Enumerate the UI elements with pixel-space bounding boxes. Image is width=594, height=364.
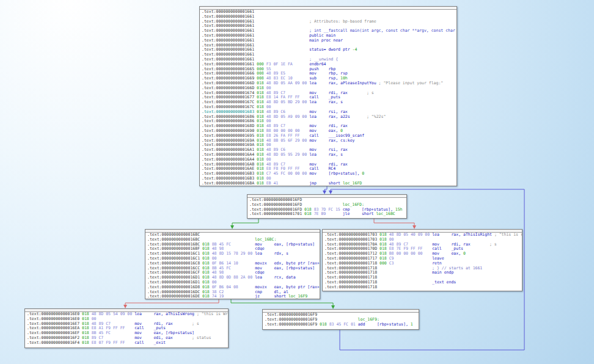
asm-segment-ins: public main (254, 33, 336, 38)
asm-segment-addr: .text:0000000000001661 (202, 14, 254, 19)
asm-segment-sp: 018 (254, 109, 266, 114)
asm-segment-ins: endbr64 (309, 62, 326, 67)
asm-segment-sp: 018 (79, 326, 92, 330)
asm-segment-ins: call _puts (134, 326, 166, 330)
asm-segment-addr: .text:00000000000016D1 (147, 275, 200, 280)
asm-segment-byt: 74 19 (212, 294, 255, 299)
asm-segment-sp: 018 (254, 176, 266, 181)
asm-segment-byt: 38 C2 (212, 289, 255, 294)
asm-segment-sp: 018 (254, 157, 266, 162)
asm-segment-sp: 018 (254, 104, 266, 109)
graph-node-loc_1703-right[interactable]: .text:0000000000001703 018 48 8D 05 40 0… (322, 229, 522, 291)
asm-segment-num: 0 (362, 171, 364, 176)
asm-segment-byt: 8B 45 FC (212, 266, 255, 271)
asm-segment-sp: 018 (200, 275, 212, 280)
asm-segment-addr: .text:000000000000167C (202, 104, 254, 109)
asm-segment-addr: .text:00000000000016B3 (202, 171, 254, 176)
asm-segment-addr: .text:00000000000016E0 (27, 311, 79, 316)
asm-line[interactable]: .text:0000000000001718 (323, 285, 522, 290)
asm-segment-addr: .text:000000000000170D (324, 246, 377, 251)
asm-segment-sp: 018 (254, 123, 266, 128)
asm-segment-ins: lea rax, s (309, 100, 343, 104)
asm-segment-addr: .text:000000000000170A (324, 242, 377, 247)
asm-segment-byt: 48 8D 05 40 09 00 (389, 232, 432, 237)
asm-segment-ins: cdqe (255, 246, 265, 251)
asm-line[interactable]: .text:00000000000016F9 018 83 45 FC 01 a… (263, 322, 419, 327)
asm-segment-addr: .text:0000000000001661 (202, 43, 254, 48)
graph-node-loc_16FD[interactable]: .text:00000000000016FD.text:000000000000… (247, 194, 407, 219)
asm-segment-byt: 48 98 (212, 246, 255, 251)
asm-line[interactable]: .text:0000000000001701 018 7E B9 jle sho… (248, 212, 406, 217)
asm-segment-addr: .text:00000000000016E0 (27, 316, 79, 321)
asm-segment-sp: 018 (254, 128, 266, 133)
asm-segment-byt: 00 (266, 86, 309, 90)
asm-segment-addr: .text:0000000000001661 (202, 47, 254, 52)
asm-segment-byt: 00 (389, 237, 432, 242)
asm-segment-ins: status= dword ptr (254, 47, 352, 52)
asm-segment-sp: 018 (200, 266, 212, 271)
asm-segment-sp: 018 (200, 270, 212, 275)
asm-segment-addr: .text:0000000000001712 (324, 251, 377, 256)
asm-segment-sp: 018 (200, 285, 212, 289)
asm-segment-sp: 018 (254, 118, 266, 123)
asm-segment-ins: cdqe (255, 270, 265, 275)
asm-segment-sp: 018 (377, 237, 389, 242)
graph-node-loc_16E0-wrong[interactable]: .text:00000000000016E0 018 48 8D 05 54 0… (24, 308, 229, 348)
asm-segment-byt: F3 0F 1E FA (266, 62, 309, 67)
asm-segment-addr: .text:00000000000016F2 (27, 335, 79, 340)
asm-segment-ins: lea rax, aThisIsWrong (134, 311, 194, 316)
graph-node-loc_16BC[interactable]: .text:00000000000016BC.text:000000000000… (145, 229, 320, 299)
asm-segment-num: -4 (353, 47, 358, 52)
asm-segment-addr: .text:0000000000001669 (202, 76, 254, 81)
asm-segment-ins: mov eax, [rbp+status] (255, 242, 315, 247)
asm-segment-addr: .text:00000000000016FD (249, 197, 302, 202)
asm-segment-ins: jz short (255, 294, 288, 299)
asm-segment-sp: 018 (79, 321, 92, 326)
asm-segment-ins: lea rax, a22s (309, 114, 367, 119)
asm-segment-byt: 83 45 FC 01 (329, 322, 358, 327)
asm-segment-ins: call _puts (432, 246, 463, 251)
asm-segment-addr: .text:0000000000001661 (202, 19, 254, 24)
asm-segment-byt: 7E B9 (314, 211, 343, 216)
asm-segment-addr: .text:00000000000016C1 (147, 256, 200, 261)
asm-segment-addr: .text:0000000000001686 (202, 114, 254, 119)
asm-segment-sp: 018 (200, 242, 212, 247)
asm-segment-byt: 48 89 E5 (266, 71, 309, 76)
asm-segment-addr: .text:0000000000001661 (202, 52, 254, 57)
asm-segment-ins: call _exit (134, 340, 166, 345)
asm-segment-byt: E8 F8 F0 FF FF (266, 166, 309, 171)
asm-segment-byt: 48 8D 05 54 09 00 (92, 311, 134, 316)
asm-segment-cmt: ; "this is Wrong~" (194, 311, 229, 316)
asm-segment-sp: 018 (377, 251, 389, 256)
asm-segment-sp: 018 (254, 100, 266, 104)
asm-segment-ins: movzx eax, byte ptr [rax+rcx] (255, 285, 320, 289)
graph-node-loc_16F9[interactable]: .text:00000000000016F9.text:000000000000… (262, 309, 419, 330)
asm-segment-sp: 018 (254, 147, 266, 152)
asm-segment-sp: 018 (200, 246, 212, 251)
edge-jle-true-16FD-to-16BC (232, 219, 258, 227)
asm-line[interactable]: .text:00000000000016BA 018 EB 41 jmp sho… (200, 181, 457, 186)
asm-segment-byt: C9 (389, 256, 432, 261)
asm-segment-loc: loc_16BC (376, 211, 395, 216)
asm-segment-byt: 48 8D 05 BD 29 00 (266, 100, 309, 104)
asm-segment-byt: E8 26 FA FF FF (266, 133, 309, 138)
asm-segment-ins: mov eax, (309, 128, 340, 133)
asm-line[interactable]: .text:00000000000016F4 018 E8 07 F9 FF F… (25, 341, 228, 346)
asm-segment-ins: add [rbp+status], (358, 322, 411, 327)
asm-segment-cmt: ; s (192, 321, 199, 326)
asm-segment-addr: .text:00000000000016F4 (27, 340, 79, 345)
asm-segment-sp: 008 (254, 71, 266, 76)
asm-segment-addr: .text:00000000000016DC (147, 289, 200, 294)
asm-segment-sp: 018 (254, 181, 266, 186)
asm-segment-byt: 48 89 C7 (266, 123, 309, 128)
asm-segment-byt: 00 (212, 280, 255, 285)
asm-segment-byt: 48 89 C6 (266, 147, 309, 152)
asm-line[interactable]: .text:00000000000016DE 018 74 19 jz shor… (145, 294, 320, 299)
asm-segment-num: 15h (395, 207, 403, 212)
asm-segment-addr: .text:00000000000016BA (202, 181, 254, 186)
asm-segment-addr: .text:000000000000168D (202, 123, 254, 128)
asm-segment-ins: cmp [rbp+status], (343, 207, 395, 212)
asm-segment-ins: sub rsp, (309, 76, 340, 81)
asm-segment-byt: E8 14 FA FF FF (266, 95, 309, 100)
graph-node-main-entry-1661[interactable]: .text:0000000000001661.text:000000000000… (199, 6, 457, 186)
